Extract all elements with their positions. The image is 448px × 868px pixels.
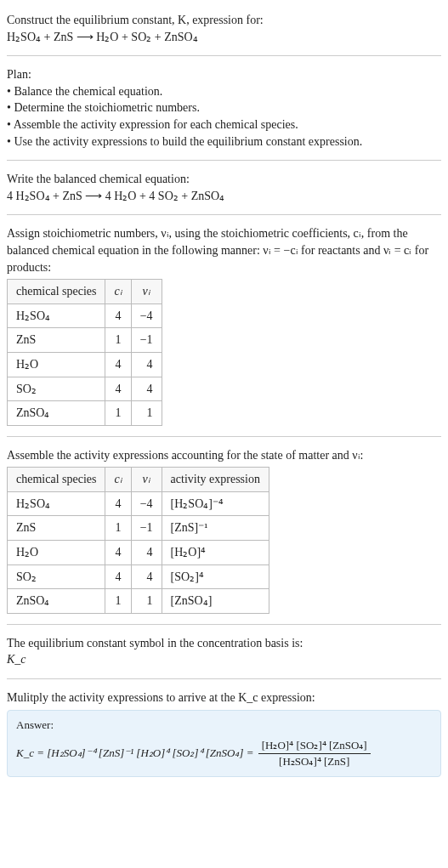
balanced-section: Write the balanced chemical equation: 4 … — [7, 166, 441, 209]
table-row: ZnSO₄ 1 1 — [8, 401, 162, 426]
cell-expr: [SO₂]⁴ — [162, 564, 269, 589]
divider — [7, 436, 441, 437]
table-header-row: chemical species cᵢ νᵢ — [8, 280, 162, 304]
problem-title: Construct the equilibrium constant, K, e… — [7, 12, 441, 29]
plan-item: • Use the activity expressions to build … — [7, 133, 441, 150]
cell-species: ZnSO₄ — [8, 589, 105, 614]
cell-c: 1 — [105, 401, 131, 426]
cell-c: 4 — [105, 541, 131, 565]
cell-v: 4 — [131, 564, 162, 589]
fraction-numerator: [H₂O]⁴ [SO₂]⁴ [ZnSO₄] — [258, 738, 371, 754]
plan-item: • Determine the stoichiometric numbers. — [7, 99, 441, 116]
cell-v: 4 — [131, 377, 162, 401]
kc-symbol-section: The equilibrium constant symbol in the c… — [7, 630, 441, 673]
cell-species: H₂SO₄ — [8, 304, 105, 328]
table-row: H₂O 4 4 — [8, 352, 162, 377]
table-row: ZnS 1 −1 — [8, 328, 162, 353]
balanced-heading: Write the balanced chemical equation: — [7, 171, 441, 188]
cell-v: −4 — [131, 304, 162, 328]
cell-species: H₂SO₄ — [8, 491, 105, 516]
cell-v: −4 — [131, 491, 162, 516]
col-expr: activity expression — [162, 468, 269, 492]
table-row: H₂O 4 4 [H₂O]⁴ — [8, 541, 269, 565]
plan-item: • Balance the chemical equation. — [7, 83, 441, 100]
answer-lhs: K_c = [H₂SO₄]⁻⁴ [ZnS]⁻¹ [H₂O]⁴ [SO₂]⁴ [Z… — [16, 746, 254, 758]
cell-c: 4 — [105, 564, 131, 589]
cell-c: 4 — [105, 352, 131, 377]
col-c: cᵢ — [105, 280, 131, 304]
cell-c: 1 — [105, 589, 131, 614]
cell-v: 1 — [131, 589, 162, 614]
cell-c: 4 — [105, 491, 131, 516]
table-row: SO₂ 4 4 — [8, 377, 162, 401]
divider — [7, 624, 441, 625]
cell-species: SO₂ — [8, 564, 105, 589]
fraction-denominator: [H₂SO₄]⁴ [ZnS] — [258, 754, 371, 769]
cell-c: 4 — [105, 304, 131, 328]
multiply-section: Mulitply the activity expressions to arr… — [7, 684, 441, 782]
answer-equation: K_c = [H₂SO₄]⁻⁴ [ZnS]⁻¹ [H₂O]⁴ [SO₂]⁴ [Z… — [16, 738, 432, 769]
kc-symbol-heading: The equilibrium constant symbol in the c… — [7, 635, 441, 652]
cell-expr: [H₂O]⁴ — [162, 541, 269, 565]
activity-table: chemical species cᵢ νᵢ activity expressi… — [7, 467, 269, 614]
cell-expr: [ZnS]⁻¹ — [162, 516, 269, 541]
col-species: chemical species — [8, 468, 105, 492]
divider — [7, 55, 441, 56]
activity-section: Assemble the activity expressions accoun… — [7, 442, 441, 619]
table-row: ZnSO₄ 1 1 [ZnSO₄] — [8, 589, 269, 614]
cell-expr: [H₂SO₄]⁻⁴ — [162, 491, 269, 516]
unbalanced-equation: H₂SO₄ + ZnS ⟶ H₂O + SO₂ + ZnSO₄ — [7, 29, 441, 46]
multiply-heading: Mulitply the activity expressions to arr… — [7, 689, 441, 706]
answer-label: Answer: — [16, 718, 432, 733]
table-row: SO₂ 4 4 [SO₂]⁴ — [8, 564, 269, 589]
cell-v: −1 — [131, 516, 162, 541]
table-header-row: chemical species cᵢ νᵢ activity expressi… — [8, 468, 269, 492]
answer-fraction: [H₂O]⁴ [SO₂]⁴ [ZnSO₄] [H₂SO₄]⁴ [ZnS] — [258, 738, 371, 769]
answer-box: Answer: K_c = [H₂SO₄]⁻⁴ [ZnS]⁻¹ [H₂O]⁴ [… — [7, 710, 441, 778]
balanced-equation: 4 H₂SO₄ + ZnS ⟶ 4 H₂O + 4 SO₂ + ZnSO₄ — [7, 188, 441, 205]
divider — [7, 678, 441, 679]
cell-species: H₂O — [8, 352, 105, 377]
problem-statement: Construct the equilibrium constant, K, e… — [7, 7, 441, 50]
cell-species: ZnSO₄ — [8, 401, 105, 426]
stoich-heading: Assign stoichiometric numbers, νᵢ, using… — [7, 225, 441, 275]
stoich-table: chemical species cᵢ νᵢ H₂SO₄ 4 −4 ZnS 1 … — [7, 279, 162, 426]
plan-item: • Assemble the activity expression for e… — [7, 116, 441, 133]
plan-heading: Plan: — [7, 66, 441, 83]
col-species: chemical species — [8, 280, 105, 304]
cell-v: 1 — [131, 401, 162, 426]
table-row: H₂SO₄ 4 −4 — [8, 304, 162, 328]
col-v: νᵢ — [131, 280, 162, 304]
kc-symbol: K_c — [7, 651, 441, 668]
table-row: ZnS 1 −1 [ZnS]⁻¹ — [8, 516, 269, 541]
divider — [7, 214, 441, 215]
cell-species: ZnS — [8, 328, 105, 353]
table-row: H₂SO₄ 4 −4 [H₂SO₄]⁻⁴ — [8, 491, 269, 516]
cell-c: 1 — [105, 516, 131, 541]
cell-c: 4 — [105, 377, 131, 401]
col-c: cᵢ — [105, 468, 131, 492]
cell-v: 4 — [131, 352, 162, 377]
cell-expr: [ZnSO₄] — [162, 589, 269, 614]
cell-v: −1 — [131, 328, 162, 353]
cell-v: 4 — [131, 541, 162, 565]
cell-species: ZnS — [8, 516, 105, 541]
cell-c: 1 — [105, 328, 131, 353]
stoich-section: Assign stoichiometric numbers, νᵢ, using… — [7, 220, 441, 430]
activity-heading: Assemble the activity expressions accoun… — [7, 447, 441, 464]
cell-species: H₂O — [8, 541, 105, 565]
cell-species: SO₂ — [8, 377, 105, 401]
col-v: νᵢ — [131, 468, 162, 492]
divider — [7, 160, 441, 161]
plan-section: Plan: • Balance the chemical equation. •… — [7, 61, 441, 155]
